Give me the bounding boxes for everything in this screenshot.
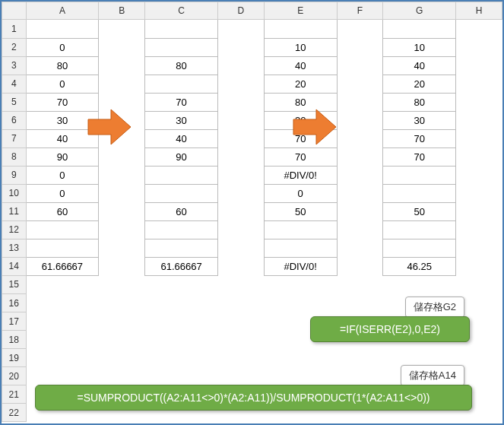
cell-G11[interactable]: 50 — [383, 202, 456, 220]
cell-E1[interactable]: DATA — [264, 20, 337, 39]
row-20[interactable]: 20 — [2, 367, 27, 385]
col-A[interactable]: A — [26, 2, 99, 20]
cell-A12[interactable] — [26, 220, 99, 239]
row-8[interactable]: 8 — [2, 147, 27, 166]
row-10[interactable]: 10 — [2, 184, 27, 202]
row-21[interactable]: 21 — [2, 385, 27, 404]
col-B[interactable]: B — [99, 2, 145, 20]
col-F[interactable]: F — [337, 2, 383, 20]
cell-A3[interactable]: 80 — [26, 56, 99, 75]
cell-G4[interactable]: 20 — [383, 75, 456, 93]
cell-G5[interactable]: 80 — [383, 93, 456, 111]
formula-callout-a14: =SUMPRODUCT((A2:A11<>0)*(A2:A11))/SUMPRO… — [35, 385, 472, 411]
col-header-row: A B C D E F G H — [2, 2, 502, 20]
cell-C9[interactable] — [145, 166, 218, 184]
spreadsheet-container: A B C D E F G H 1 DATA DATA DATA DATA 20… — [0, 0, 504, 425]
cell-C4[interactable] — [145, 75, 218, 93]
cell-C13[interactable]: 平均 — [145, 239, 218, 257]
cell-A10[interactable]: 0 — [26, 184, 99, 202]
row-3[interactable]: 3 — [2, 56, 27, 75]
cell-E4[interactable]: 20 — [264, 75, 337, 93]
callout-tag-g2: 儲存格G2 — [405, 297, 464, 318]
cell-E9[interactable]: #DIV/0! — [264, 166, 337, 184]
arrow-right-icon — [87, 108, 132, 146]
cell-C2[interactable] — [145, 38, 218, 56]
cell-G14[interactable]: 46.25 — [383, 257, 456, 275]
cell-A2[interactable]: 0 — [26, 38, 99, 56]
col-D[interactable]: D — [217, 2, 264, 20]
row-6[interactable]: 6 — [2, 111, 27, 129]
cell-E3[interactable]: 40 — [264, 56, 337, 75]
cell-C12[interactable] — [145, 220, 218, 239]
col-G[interactable]: G — [383, 2, 456, 20]
cell-E13[interactable]: 平均 — [264, 239, 337, 257]
cell-C14[interactable]: 61.66667 — [145, 257, 218, 275]
cell-G1[interactable]: DATA — [383, 20, 456, 39]
row-16[interactable]: 16 — [2, 294, 27, 312]
cell-G2[interactable]: 10 — [383, 38, 456, 56]
row-7[interactable]: 7 — [2, 129, 27, 147]
cell-G6[interactable]: 30 — [383, 111, 456, 129]
cell-C10[interactable] — [145, 184, 218, 202]
cell-C1[interactable]: DATA — [145, 20, 218, 39]
cell-A8[interactable]: 90 — [26, 147, 99, 166]
row-14[interactable]: 14 — [2, 257, 27, 275]
row-9[interactable]: 9 — [2, 166, 27, 184]
cell-G3[interactable]: 40 — [383, 56, 456, 75]
cell-A13[interactable]: 平均 — [26, 239, 99, 257]
cell-E12[interactable] — [264, 220, 337, 239]
cell-C5[interactable]: 70 — [145, 93, 218, 111]
cell-G10[interactable] — [383, 184, 456, 202]
cell-C3[interactable]: 80 — [145, 56, 218, 75]
row-19[interactable]: 19 — [2, 349, 27, 367]
row-17[interactable]: 17 — [2, 312, 27, 331]
corner-cell[interactable] — [2, 2, 27, 20]
col-H[interactable]: H — [456, 2, 502, 20]
col-C[interactable]: C — [145, 2, 218, 20]
cell-A14[interactable]: 61.66667 — [26, 257, 99, 275]
cell-C6[interactable]: 30 — [145, 111, 218, 129]
callout-tag-a14: 儲存格A14 — [401, 365, 464, 386]
cell-G13[interactable]: 平均 — [383, 239, 456, 257]
row-22[interactable]: 22 — [2, 404, 27, 422]
cell-C11[interactable]: 60 — [145, 202, 218, 220]
row-18[interactable]: 18 — [2, 331, 27, 349]
cell-E10[interactable]: 0 — [264, 184, 337, 202]
cell-C8[interactable]: 90 — [145, 147, 218, 166]
row-4[interactable]: 4 — [2, 75, 27, 93]
row-11[interactable]: 11 — [2, 202, 27, 220]
row-13[interactable]: 13 — [2, 239, 27, 257]
cell-E14[interactable]: #DIV/0! — [264, 257, 337, 275]
formula-callout-g2: =IF(ISERR(E2),0,E2) — [310, 316, 470, 342]
row-5[interactable]: 5 — [2, 93, 27, 111]
row-12[interactable]: 12 — [2, 220, 27, 239]
cell-C7[interactable]: 40 — [145, 129, 218, 147]
cell-A4[interactable]: 0 — [26, 75, 99, 93]
cell-G12[interactable] — [383, 220, 456, 239]
cell-A9[interactable]: 0 — [26, 166, 99, 184]
row-1[interactable]: 1 — [2, 20, 27, 39]
cell-A11[interactable]: 60 — [26, 202, 99, 220]
cell-G7[interactable]: 70 — [383, 129, 456, 147]
cell-G8[interactable]: 70 — [383, 147, 456, 166]
cell-G9[interactable] — [383, 166, 456, 184]
cell-E8[interactable]: 70 — [264, 147, 337, 166]
row-2[interactable]: 2 — [2, 38, 27, 56]
arrow-right-icon — [292, 108, 338, 146]
row-15[interactable]: 15 — [2, 275, 27, 294]
grid-table: A B C D E F G H 1 DATA DATA DATA DATA 20… — [2, 2, 502, 422]
cell-E11[interactable]: 50 — [264, 202, 337, 220]
cell-E2[interactable]: 10 — [264, 38, 337, 56]
col-E[interactable]: E — [264, 2, 337, 20]
cell-A1[interactable]: DATA — [26, 20, 99, 39]
